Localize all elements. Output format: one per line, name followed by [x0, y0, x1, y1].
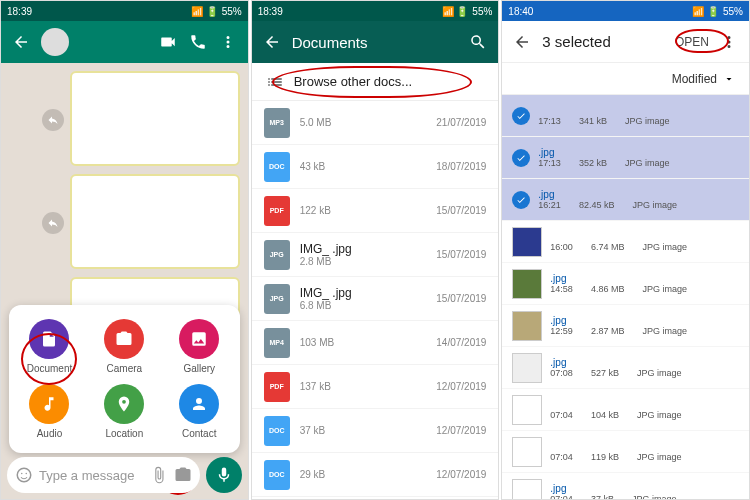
- emoji-icon[interactable]: [15, 466, 33, 484]
- file-thumbnail: [512, 479, 542, 500]
- document-row[interactable]: JPGIMG_ .jpg2.8 MB15/07/2019: [252, 233, 499, 277]
- more-icon[interactable]: [719, 32, 739, 52]
- file-row[interactable]: 17:13341 kBJPG image: [502, 95, 749, 137]
- chat-header: [1, 21, 248, 63]
- file-row[interactable]: .jpg16:2182.45 kBJPG image: [502, 179, 749, 221]
- file-row[interactable]: 16:006.74 MBJPG image: [502, 221, 749, 263]
- back-icon[interactable]: [262, 32, 282, 52]
- status-time: 18:39: [7, 6, 32, 17]
- status-time: 18:39: [258, 6, 283, 17]
- input-bar: Type a message: [1, 453, 248, 497]
- search-icon[interactable]: [468, 32, 488, 52]
- file-thumbnail: [512, 269, 542, 299]
- attach-gallery[interactable]: Gallery: [167, 319, 232, 374]
- file-type-icon: JPG: [264, 284, 290, 314]
- document-list[interactable]: MP35.0 MB21/07/2019DOC43 kB18/07/2019PDF…: [252, 101, 499, 499]
- chat-area: DocumentCameraGalleryAudioLocationContac…: [1, 63, 248, 499]
- file-type-icon: PDF: [264, 372, 290, 402]
- status-icons: 📶 🔋 55%: [191, 6, 242, 17]
- document-row[interactable]: JPGIMG_ .jpg6.8 MB15/07/2019: [252, 277, 499, 321]
- checkmark-icon[interactable]: [512, 191, 530, 209]
- video-call-icon[interactable]: [158, 32, 178, 52]
- sort-label: Modified: [672, 72, 717, 86]
- checkmark-icon[interactable]: [512, 149, 530, 167]
- document-row[interactable]: PDF122 kB15/07/2019: [252, 189, 499, 233]
- sort-bar[interactable]: Modified: [502, 63, 749, 95]
- file-row[interactable]: 07:04104 kBJPG image: [502, 389, 749, 431]
- document-row[interactable]: DOC37 kB12/07/2019: [252, 409, 499, 453]
- input-placeholder: Type a message: [39, 468, 134, 483]
- message-bubble[interactable]: [70, 71, 240, 166]
- file-row[interactable]: .jpg17:13352 kBJPG image: [502, 137, 749, 179]
- page-title: Documents: [292, 34, 368, 51]
- document-row[interactable]: PDF137 kB12/07/2019: [252, 365, 499, 409]
- status-icons: 📶 🔋 55%: [692, 6, 743, 17]
- message-bubble[interactable]: [70, 174, 240, 269]
- attach-camera[interactable]: Camera: [92, 319, 157, 374]
- attach-contact[interactable]: Contact: [167, 384, 232, 439]
- list-icon: [266, 73, 284, 91]
- documents-header: Documents: [252, 21, 499, 63]
- back-icon[interactable]: [11, 32, 31, 52]
- file-type-icon: JPG: [264, 240, 290, 270]
- file-thumbnail: [512, 353, 542, 383]
- file-row[interactable]: .jpg12:592.87 MBJPG image: [502, 305, 749, 347]
- file-type-icon: DOC: [264, 152, 290, 182]
- file-type-icon: MP3: [264, 108, 290, 138]
- forward-icon[interactable]: [42, 109, 64, 131]
- open-button[interactable]: OPEN: [675, 35, 709, 49]
- selection-count: 3 selected: [542, 33, 610, 50]
- status-bar: 18:40 📶 🔋 55%: [502, 1, 749, 21]
- checkmark-icon[interactable]: [512, 107, 530, 125]
- voice-call-icon[interactable]: [188, 32, 208, 52]
- mic-button[interactable]: [206, 457, 242, 493]
- status-icons: 📶 🔋 55%: [442, 6, 493, 17]
- svg-point-2: [26, 473, 28, 475]
- svg-point-0: [17, 468, 31, 482]
- file-row[interactable]: 07:04119 kBJPG image: [502, 431, 749, 473]
- document-row[interactable]: DOC43 kB18/07/2019: [252, 145, 499, 189]
- browse-label: Browse other docs...: [294, 74, 413, 89]
- document-row[interactable]: DOC29 kB12/07/2019: [252, 453, 499, 497]
- status-time: 18:40: [508, 6, 533, 17]
- file-row[interactable]: .jpg14:584.86 MBJPG image: [502, 263, 749, 305]
- file-picker-header: 3 selected OPEN: [502, 21, 749, 63]
- file-list[interactable]: 17:13341 kBJPG image.jpg17:13352 kBJPG i…: [502, 95, 749, 499]
- contact-avatar[interactable]: [41, 28, 69, 56]
- message-input[interactable]: Type a message: [7, 457, 200, 493]
- file-row[interactable]: .jpg07:0437 kBJPG image: [502, 473, 749, 499]
- document-row[interactable]: MP35.0 MB21/07/2019: [252, 101, 499, 145]
- attach-location[interactable]: Location: [92, 384, 157, 439]
- camera-icon[interactable]: [174, 466, 192, 484]
- attach-audio[interactable]: Audio: [17, 384, 82, 439]
- status-bar: 18:39 📶 🔋 55%: [252, 1, 499, 21]
- attach-document[interactable]: Document: [17, 319, 82, 374]
- file-thumbnail: [512, 395, 542, 425]
- status-bar: 18:39 📶 🔋 55%: [1, 1, 248, 21]
- more-icon[interactable]: [218, 32, 238, 52]
- attachment-sheet: DocumentCameraGalleryAudioLocationContac…: [9, 305, 240, 453]
- svg-point-1: [21, 473, 23, 475]
- file-thumbnail: [512, 437, 542, 467]
- file-row[interactable]: .jpg07:08527 kBJPG image: [502, 347, 749, 389]
- attach-icon[interactable]: [150, 466, 168, 484]
- file-type-icon: MP4: [264, 328, 290, 358]
- file-type-icon: DOC: [264, 460, 290, 490]
- chevron-down-icon: [723, 73, 735, 85]
- document-row[interactable]: MP4103 MB14/07/2019: [252, 321, 499, 365]
- browse-other-docs[interactable]: Browse other docs...: [252, 63, 499, 101]
- file-type-icon: DOC: [264, 416, 290, 446]
- file-picker-screen: 18:40 📶 🔋 55% 3 selected OPEN Modified 1…: [501, 0, 750, 500]
- back-icon[interactable]: [512, 32, 532, 52]
- forward-icon[interactable]: [42, 212, 64, 234]
- documents-screen: 18:39 📶 🔋 55% Documents Browse other doc…: [251, 0, 500, 500]
- file-thumbnail: [512, 311, 542, 341]
- whatsapp-chat-screen: 18:39 📶 🔋 55% DocumentCameraGalleryAudio…: [0, 0, 249, 500]
- file-type-icon: PDF: [264, 196, 290, 226]
- file-thumbnail: [512, 227, 542, 257]
